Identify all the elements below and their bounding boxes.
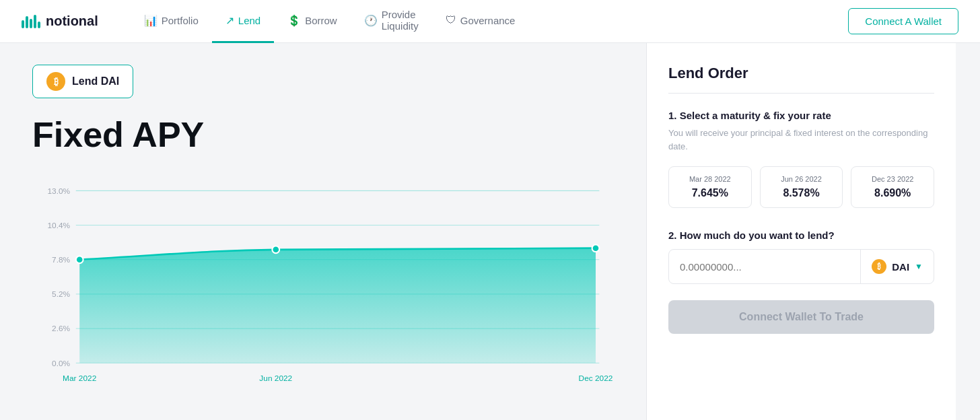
borrow-icon: 💲 — [287, 14, 301, 27]
maturity-card-3[interactable]: Dec 23 2022 8.690% — [851, 166, 934, 208]
content-area: ₿ Lend DAI Fixed APY 13.0% 10.4% 7.8% 5.… — [0, 43, 646, 420]
maturity-cards: Mar 28 2022 7.645% Jun 26 2022 8.578% De… — [668, 166, 934, 208]
step2-label: 2. How much do you want to lend? — [668, 230, 934, 241]
navbar: notional 📊 Portfolio ↗ Lend 💲 Borrow 🕐 P… — [0, 0, 980, 43]
nav-governance[interactable]: 🛡 Governance — [432, 0, 529, 43]
nav-liquidity[interactable]: 🕐 Provide Liquidity — [351, 0, 432, 43]
bar2 — [26, 16, 28, 28]
svg-text:10.4%: 10.4% — [47, 221, 70, 230]
nav-liquidity-label: Provide Liquidity — [382, 9, 419, 32]
amount-input[interactable] — [669, 252, 860, 282]
svg-text:5.2%: 5.2% — [52, 289, 71, 299]
chart-container: 13.0% 10.4% 7.8% 5.2% 2.6% 0.0% — [32, 176, 614, 392]
chart-dot-2 — [272, 246, 279, 253]
nav-portfolio-label: Portfolio — [162, 15, 199, 26]
chart-dot-3 — [592, 244, 600, 252]
token-badge-label: Lend DAI — [72, 75, 119, 88]
maturity-card-2[interactable]: Jun 26 2022 8.578% — [760, 166, 843, 208]
chevron-down-icon: ▼ — [915, 262, 923, 271]
nav-portfolio[interactable]: 📊 Portfolio — [131, 0, 212, 43]
amount-input-row: ₿ DAI ▼ — [668, 249, 934, 284]
nav-lend-label: Lend — [238, 15, 260, 26]
nav-borrow-label: Borrow — [305, 15, 337, 26]
svg-text:Mar 2022: Mar 2022 — [63, 374, 96, 383]
svg-text:0.0%: 0.0% — [52, 359, 71, 368]
maturity-date-1: Mar 28 2022 — [678, 175, 742, 183]
maturity-rate-1: 7.645% — [678, 187, 742, 199]
svg-text:Dec 2022: Dec 2022 — [579, 374, 613, 383]
maturity-rate-2: 8.578% — [770, 187, 833, 199]
token-badge[interactable]: ₿ Lend DAI — [32, 65, 133, 98]
bar5 — [38, 22, 40, 28]
currency-selector[interactable]: ₿ DAI ▼ — [860, 250, 934, 283]
chart-area — [79, 248, 596, 363]
currency-label: DAI — [892, 261, 909, 273]
svg-text:7.8%: 7.8% — [52, 255, 71, 265]
maturity-card-1[interactable]: Mar 28 2022 7.645% — [668, 166, 752, 208]
step1-label: 1. Select a maturity & fix your rate — [668, 110, 934, 121]
page-title: Fixed APY — [32, 114, 614, 155]
main-layout: ₿ Lend DAI Fixed APY 13.0% 10.4% 7.8% 5.… — [0, 43, 980, 420]
dai-currency-icon: ₿ — [872, 259, 886, 274]
maturity-date-2: Jun 26 2022 — [770, 175, 833, 183]
nav-links: 📊 Portfolio ↗ Lend 💲 Borrow 🕐 Provide Li… — [131, 0, 529, 43]
svg-text:Jun 2022: Jun 2022 — [259, 374, 292, 383]
nav-governance-label: Governance — [460, 15, 516, 26]
connect-wallet-trade-button[interactable]: Connect Wallet To Trade — [668, 300, 934, 334]
liquidity-icon: 🕐 — [364, 14, 378, 27]
maturity-rate-3: 8.690% — [861, 187, 924, 199]
bar4 — [34, 15, 36, 28]
chart-svg: 13.0% 10.4% 7.8% 5.2% 2.6% 0.0% — [32, 176, 614, 392]
logo[interactable]: notional — [22, 13, 98, 29]
bar1 — [22, 20, 24, 28]
logo-icon — [22, 15, 40, 28]
governance-icon: 🛡 — [446, 14, 456, 26]
logo-text: notional — [46, 13, 98, 29]
lend-icon: ↗ — [225, 14, 234, 27]
step1-desc: You will receive your principal & fixed … — [668, 127, 934, 153]
dai-icon: ₿ — [46, 72, 65, 91]
nav-borrow[interactable]: 💲 Borrow — [274, 0, 351, 43]
bar3 — [30, 19, 32, 28]
svg-text:13.0%: 13.0% — [47, 186, 70, 196]
chart-dot-1 — [76, 256, 83, 263]
lend-order-title: Lend Order — [668, 65, 934, 94]
nav-lend[interactable]: ↗ Lend — [212, 0, 274, 43]
maturity-date-3: Dec 23 2022 — [861, 175, 924, 183]
portfolio-icon: 📊 — [144, 14, 158, 27]
sidebar: Lend Order 1. Select a maturity & fix yo… — [646, 43, 956, 420]
connect-wallet-button[interactable]: Connect A Wallet — [848, 8, 958, 34]
svg-text:2.6%: 2.6% — [52, 324, 71, 333]
